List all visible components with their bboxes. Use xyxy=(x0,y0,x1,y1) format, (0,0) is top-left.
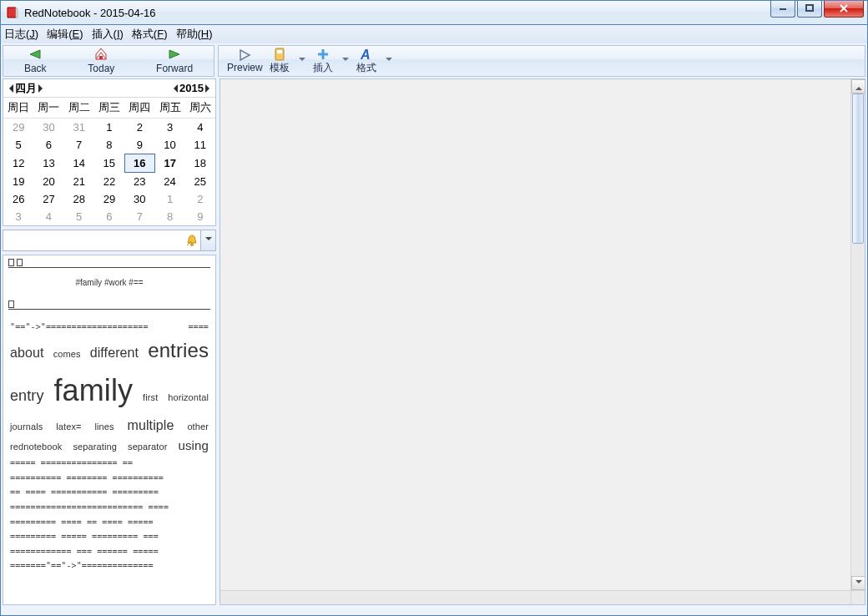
menu-help[interactable]: 帮助(H) xyxy=(176,27,213,42)
menu-edit[interactable]: 编辑(E) xyxy=(47,27,83,42)
cloud-word[interactable]: multiple xyxy=(128,415,174,437)
cloud-word[interactable]: ========= ==== == ==== ===== xyxy=(10,516,154,529)
calendar-day[interactable]: 24 xyxy=(154,173,184,191)
cloud-word[interactable]: first xyxy=(143,391,158,406)
search-dropdown[interactable] xyxy=(201,230,216,251)
scroll-up-button[interactable] xyxy=(851,79,865,93)
format-button[interactable]: A 格式 xyxy=(356,48,376,75)
calendar-day[interactable]: 12 xyxy=(3,154,33,173)
cloud-word[interactable]: journals xyxy=(10,420,43,435)
back-button[interactable]: Back xyxy=(24,48,47,74)
cloud-word[interactable]: == ==== =========== ========= xyxy=(10,486,159,499)
cloud-word[interactable]: ========================== ==== xyxy=(10,501,169,514)
cloud-word[interactable]: using xyxy=(179,436,209,456)
minimize-button[interactable] xyxy=(770,1,795,18)
prev-year-button[interactable] xyxy=(169,84,178,93)
calendar-day[interactable]: 7 xyxy=(64,136,94,154)
calendar-day[interactable]: 2 xyxy=(124,119,154,137)
cloud-word[interactable]: ========= ===== ========= === xyxy=(10,530,159,543)
maximize-button[interactable] xyxy=(797,1,822,18)
menu-format[interactable]: 格式(F) xyxy=(132,27,168,42)
cloud-word[interactable]: about xyxy=(10,342,44,364)
calendar-day[interactable]: 6 xyxy=(94,208,124,225)
calendar-day[interactable]: 9 xyxy=(185,208,215,225)
cloud-word[interactable]: other xyxy=(187,420,209,435)
cloud-word[interactable]: ===== =============== == xyxy=(10,457,133,470)
calendar-day[interactable]: 13 xyxy=(33,154,63,173)
forward-button[interactable]: Forward xyxy=(156,48,193,74)
template-dropdown[interactable] xyxy=(298,48,306,73)
calendar-day[interactable]: 1 xyxy=(154,190,184,208)
calendar-day[interactable]: 8 xyxy=(94,136,124,154)
horizontal-scrollbar[interactable] xyxy=(220,590,865,604)
calendar-day[interactable]: 29 xyxy=(3,119,33,137)
search-input[interactable] xyxy=(3,230,201,251)
cloud-word[interactable]: ======="=="->"============== xyxy=(10,559,154,573)
next-month-button[interactable] xyxy=(38,84,47,93)
calendar-day[interactable]: 25 xyxy=(185,173,215,191)
calendar-day[interactable]: 29 xyxy=(94,190,124,208)
calendar-day[interactable]: 17 xyxy=(154,154,184,173)
cloud-word[interactable]: ============ === ====== ===== xyxy=(10,545,159,558)
cloud-word[interactable]: comes xyxy=(53,347,81,362)
prev-month-button[interactable] xyxy=(5,84,13,93)
cloud-word[interactable]: entries xyxy=(148,335,209,366)
editor-area[interactable] xyxy=(220,78,865,605)
cloud-word[interactable]: different xyxy=(90,342,139,364)
close-button[interactable] xyxy=(824,1,864,18)
calendar-day[interactable]: 16 xyxy=(124,154,154,173)
cloud-word[interactable]: ==== xyxy=(188,321,209,334)
calendar-day[interactable]: 28 xyxy=(64,190,94,208)
insert-dropdown[interactable] xyxy=(341,48,350,73)
vertical-scrollbar[interactable] xyxy=(850,79,865,590)
scroll-down-button[interactable] xyxy=(851,576,865,590)
menu-insert[interactable]: 插入(I) xyxy=(92,27,124,42)
calendar-day[interactable]: 6 xyxy=(33,136,63,154)
format-dropdown[interactable] xyxy=(385,48,393,73)
insert-button[interactable]: 插入 xyxy=(313,48,333,75)
calendar-day[interactable]: 8 xyxy=(154,208,184,225)
calendar-day[interactable]: 3 xyxy=(154,119,184,137)
calendar-day[interactable]: 3 xyxy=(3,208,33,225)
calendar-day[interactable]: 18 xyxy=(185,154,215,173)
calendar-day[interactable]: 1 xyxy=(94,119,124,137)
calendar-day[interactable]: 5 xyxy=(64,208,94,225)
calendar-day[interactable]: 30 xyxy=(33,119,63,137)
cloud-word[interactable]: lines xyxy=(94,420,114,435)
resize-grip[interactable] xyxy=(850,590,865,604)
calendar-day[interactable]: 19 xyxy=(3,173,33,191)
calendar-day[interactable]: 11 xyxy=(185,136,215,154)
calendar-day[interactable]: 31 xyxy=(64,119,94,137)
cloud-word[interactable]: ========== ======== ========== xyxy=(10,472,164,485)
calendar-day[interactable]: 5 xyxy=(3,136,33,154)
template-button[interactable]: 模板 xyxy=(270,48,290,75)
cloud-word[interactable]: entry xyxy=(10,384,44,408)
calendar-day[interactable]: 30 xyxy=(124,190,154,208)
calendar-day[interactable]: 26 xyxy=(3,190,33,208)
calendar-day[interactable]: 15 xyxy=(94,154,124,173)
calendar-day[interactable]: 21 xyxy=(64,173,94,191)
calendar-day[interactable]: 10 xyxy=(154,136,184,154)
calendar-day[interactable]: 7 xyxy=(124,208,154,225)
cloud-word[interactable]: latex= xyxy=(56,420,81,435)
cloud-word[interactable]: "=="->"==================== xyxy=(10,321,149,334)
cloud-word[interactable]: separating xyxy=(73,440,116,455)
cloud-word[interactable]: horizontal xyxy=(168,391,209,406)
calendar-day[interactable]: 14 xyxy=(64,154,94,173)
calendar-day[interactable]: 23 xyxy=(124,173,154,191)
calendar-day[interactable]: 27 xyxy=(33,190,63,208)
cloud-word[interactable]: family xyxy=(53,366,133,415)
today-button[interactable]: Today xyxy=(88,48,114,74)
scroll-thumb[interactable] xyxy=(852,93,864,244)
cloud-word[interactable]: separator xyxy=(128,440,167,455)
cloud-word[interactable]: rednotebook xyxy=(10,440,62,455)
calendar-day[interactable]: 22 xyxy=(94,173,124,191)
preview-button[interactable]: Preview xyxy=(227,48,263,73)
calendar-day[interactable]: 4 xyxy=(33,208,63,225)
calendar-day[interactable]: 9 xyxy=(124,136,154,154)
next-year-button[interactable] xyxy=(205,84,214,93)
calendar-day[interactable]: 4 xyxy=(185,119,215,137)
menu-journal[interactable]: 日志(J) xyxy=(4,27,38,42)
year-label[interactable]: 2015 xyxy=(179,82,204,94)
month-label[interactable]: 四月 xyxy=(15,81,37,96)
